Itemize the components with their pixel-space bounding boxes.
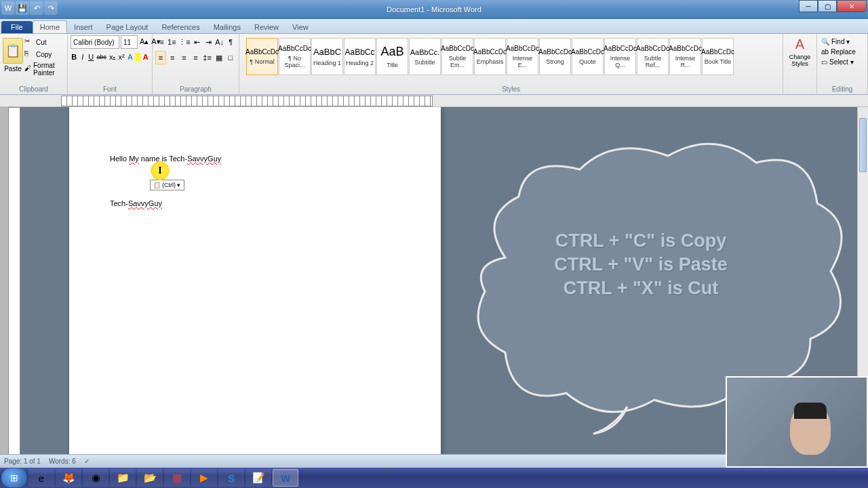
- insert-tab[interactable]: Insert: [67, 21, 100, 33]
- style-quote[interactable]: AaBbCcDcQuote: [572, 38, 604, 75]
- app-icon-2[interactable]: 📝: [245, 469, 271, 487]
- paragraph-group: •≡ 1≡ ⋮≡ ⇤ ⇥ A↓ ¶ ≡ ≡ ≡ ≡ ‡≡ ▦ □ Paragra…: [153, 34, 239, 94]
- copy-button[interactable]: ⎘Copy: [23, 49, 64, 60]
- highlight-button[interactable]: [135, 53, 140, 61]
- folder-icon[interactable]: 📂: [137, 469, 163, 487]
- webcam-overlay: [726, 376, 868, 468]
- subscript-button[interactable]: x₂: [108, 51, 117, 63]
- skype-icon[interactable]: S: [218, 469, 244, 487]
- style-book-title[interactable]: AaBbCcDcBook Title: [702, 38, 734, 75]
- minimize-button[interactable]: ─: [799, 0, 818, 12]
- line-spacing-button[interactable]: ‡≡: [202, 51, 213, 64]
- style-preview: AaBbC: [313, 47, 341, 57]
- save-button[interactable]: 💾: [16, 1, 29, 15]
- font-color-button[interactable]: A: [142, 51, 149, 63]
- change-styles-group[interactable]: A Change Styles: [783, 34, 817, 94]
- bold-button[interactable]: B: [71, 51, 77, 63]
- word-icon[interactable]: W: [1, 1, 15, 15]
- superscript-button[interactable]: x²: [117, 51, 125, 63]
- align-center-button[interactable]: ≡: [167, 51, 178, 64]
- style-heading-2[interactable]: AaBbCcHeading 2: [344, 38, 376, 75]
- increase-indent-button[interactable]: ⇥: [203, 35, 214, 49]
- doc-line-2[interactable]: Tech-SavvyGuy: [110, 199, 400, 207]
- style-subtle-ref---[interactable]: AaBbCcDcSubtle Ref...: [637, 38, 669, 75]
- horizontal-ruler[interactable]: [61, 96, 433, 106]
- ie-icon[interactable]: e: [28, 469, 54, 487]
- grow-font-button[interactable]: A▴: [139, 35, 149, 47]
- word-taskbar-icon[interactable]: W: [273, 469, 298, 487]
- titlebar: W 💾 ↶ ↷ Document1 - Microsoft Word ─ ▢ ✕: [0, 0, 868, 19]
- style-intense-q---[interactable]: AaBbCcDcIntense Q...: [604, 38, 636, 75]
- review-tab[interactable]: Review: [248, 21, 285, 33]
- ribbon: 📋 Paste ✂Cut ⎘Copy 🖌Format Painter Clipb…: [0, 34, 868, 95]
- strike-button[interactable]: abc: [96, 51, 107, 63]
- style-subtle-em---[interactable]: AaBbCcDcSubtle Em...: [441, 38, 473, 75]
- start-button[interactable]: ⊞: [1, 468, 27, 487]
- font-size-select[interactable]: [121, 35, 138, 49]
- numbering-button[interactable]: 1≡: [167, 35, 178, 49]
- style-name: Intense R...: [670, 55, 701, 68]
- paste-button[interactable]: 📋 Paste: [3, 35, 23, 93]
- align-right-button[interactable]: ≡: [178, 51, 189, 64]
- find-button[interactable]: 🔍Find ▾: [820, 37, 865, 47]
- sort-button[interactable]: A↓: [214, 35, 225, 49]
- firefox-icon[interactable]: 🦊: [56, 469, 81, 487]
- style-name: Intense Q...: [605, 55, 635, 68]
- show-marks-button[interactable]: ¶: [225, 35, 236, 49]
- justify-button[interactable]: ≡: [190, 51, 201, 64]
- doc-line-1[interactable]: Hello My name is Tech-SavvyGuy: [110, 155, 400, 163]
- proofing-icon[interactable]: ✓: [84, 458, 90, 465]
- underline-button[interactable]: U: [87, 51, 94, 63]
- home-tab[interactable]: Home: [33, 20, 67, 33]
- select-button[interactable]: ▭Select ▾: [820, 57, 865, 67]
- bullets-button[interactable]: •≡: [155, 35, 166, 49]
- redo-button[interactable]: ↷: [44, 1, 58, 15]
- explorer-icon[interactable]: 📁: [110, 469, 136, 487]
- page-layout-tab[interactable]: Page Layout: [100, 21, 155, 33]
- chrome-icon[interactable]: ◉: [83, 469, 108, 487]
- align-left-button[interactable]: ≡: [155, 51, 166, 64]
- scroll-thumb[interactable]: [859, 118, 867, 172]
- style-intense-r---[interactable]: AaBbCcDcIntense R...: [669, 38, 701, 75]
- page-indicator[interactable]: Page: 1 of 1: [4, 458, 41, 465]
- file-tab[interactable]: File: [1, 21, 33, 33]
- font-family-select[interactable]: [71, 35, 119, 49]
- cut-button[interactable]: ✂Cut: [23, 37, 64, 47]
- italic-button[interactable]: I: [79, 51, 85, 63]
- references-tab[interactable]: References: [155, 21, 206, 33]
- word-count[interactable]: Words: 6: [49, 458, 76, 465]
- style-title[interactable]: AaBTitle: [376, 38, 408, 75]
- media-icon[interactable]: ▶: [191, 469, 217, 487]
- borders-button[interactable]: □: [225, 51, 236, 64]
- shading-button[interactable]: ▦: [214, 51, 224, 64]
- vertical-ruler[interactable]: [8, 107, 20, 464]
- style-intense-e---[interactable]: AaBbCcDcIntense E...: [507, 38, 538, 75]
- font-group-label: Font: [68, 85, 152, 93]
- paste-icon: 📋: [3, 38, 23, 64]
- app-icon-1[interactable]: ▦: [164, 469, 190, 487]
- decrease-indent-button[interactable]: ⇤: [192, 35, 203, 49]
- style-heading-1[interactable]: AaBbCHeading 1: [311, 38, 343, 75]
- style-name: Subtitle: [414, 59, 435, 66]
- multilevel-button[interactable]: ⋮≡: [178, 35, 191, 49]
- document-page[interactable]: Hello My name is Tech-SavvyGuy Tech-Savv…: [69, 107, 441, 464]
- style---no-spaci---[interactable]: AaBbCcDc¶ No Spaci...: [279, 38, 311, 75]
- style-preview: AaBbCcDc: [538, 48, 572, 56]
- close-button[interactable]: ✕: [837, 0, 867, 12]
- maximize-button[interactable]: ▢: [818, 0, 837, 12]
- style-emphasis[interactable]: AaBbCcDcEmphasis: [474, 38, 506, 75]
- text-effects-button[interactable]: A: [127, 51, 134, 63]
- view-tab[interactable]: View: [285, 21, 315, 33]
- paste-options-button[interactable]: 📋 (Ctrl) ▾: [150, 180, 184, 190]
- format-painter-button[interactable]: 🖌Format Painter: [23, 61, 64, 77]
- style-preview: AaBbCcDc: [571, 48, 604, 56]
- style-strong[interactable]: AaBbCcDcStrong: [539, 38, 571, 75]
- style-preview: AaBbCcDc: [506, 45, 539, 52]
- style-subtitle[interactable]: AaBbCc.Subtitle: [409, 38, 441, 75]
- copy-label: Copy: [36, 51, 52, 58]
- undo-button[interactable]: ↶: [30, 1, 43, 15]
- mailings-tab[interactable]: Mailings: [207, 21, 248, 33]
- replace-button[interactable]: abReplace: [820, 47, 865, 57]
- style-name: Quote: [579, 58, 596, 65]
- style---normal[interactable]: AaBbCcDc¶ Normal: [246, 38, 278, 75]
